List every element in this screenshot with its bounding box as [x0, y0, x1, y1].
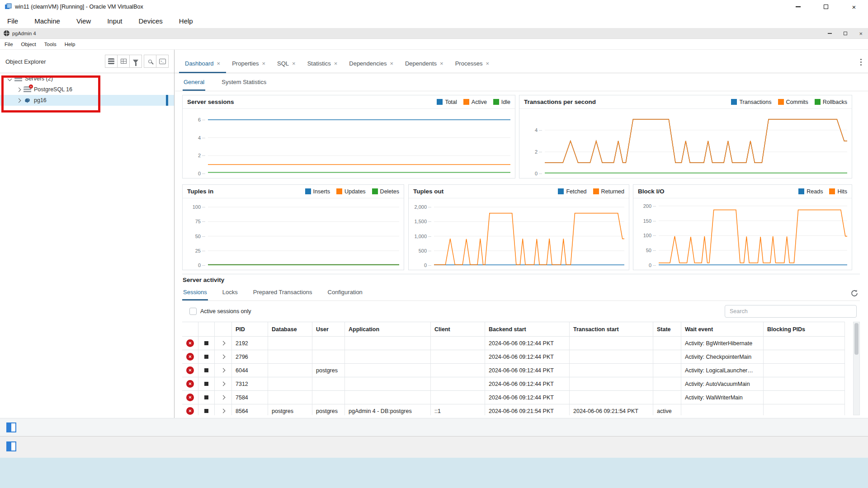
- cancel-query-icon[interactable]: [204, 409, 208, 413]
- y-axis-labels: 2,0001,5001,0005000: [409, 202, 432, 265]
- tree-item-pg16[interactable]: pg16: [0, 95, 174, 106]
- subtab-system-statistics[interactable]: System Statistics: [221, 79, 267, 91]
- cancel-query-icon[interactable]: [204, 355, 208, 359]
- tab-properties[interactable]: Properties×: [226, 55, 271, 73]
- tab-label: Properties: [232, 60, 259, 67]
- postgres-elephant-icon: [24, 97, 31, 104]
- console-icon: >_: [159, 59, 166, 64]
- terminate-session-icon[interactable]: ×: [186, 407, 194, 415]
- column-header-icon: [182, 322, 198, 337]
- query-tool-button[interactable]: >_: [156, 55, 169, 68]
- expand-row-icon[interactable]: [221, 341, 226, 346]
- table-cell: [431, 337, 485, 350]
- tab-close-icon[interactable]: ×: [390, 60, 393, 67]
- series-transactions: [545, 119, 847, 163]
- legend-item: Transactions: [731, 99, 771, 105]
- legend-label: Active: [472, 99, 487, 105]
- tab-close-icon[interactable]: ×: [334, 60, 338, 67]
- pgadmin-menu-file[interactable]: File: [5, 42, 13, 47]
- activity-tab-configuration[interactable]: Configuration: [327, 289, 363, 300]
- chart-plot-area: [434, 202, 624, 265]
- tab-processes[interactable]: Processes×: [449, 55, 495, 73]
- cancel-query-icon[interactable]: [204, 368, 208, 372]
- terminate-session-icon[interactable]: ×: [186, 353, 194, 361]
- server-activity-title: Server activity: [182, 274, 860, 286]
- cancel-query-icon[interactable]: [204, 395, 208, 399]
- pgadmin-minimize-button[interactable]: [828, 33, 832, 34]
- tab-close-icon[interactable]: ×: [440, 60, 443, 67]
- tab-sql[interactable]: SQL×: [271, 55, 302, 73]
- chart-legend: TotalActiveIdle: [437, 99, 510, 105]
- table-cell: pgAdmin 4 - DB:postgres: [345, 404, 431, 415]
- terminate-session-icon[interactable]: ×: [186, 366, 194, 374]
- view-data-button[interactable]: [117, 55, 130, 68]
- tab-statistics[interactable]: Statistics×: [302, 55, 344, 73]
- tab-close-icon[interactable]: ×: [292, 60, 296, 67]
- search-objects-button[interactable]: [144, 55, 156, 68]
- tab-dashboard[interactable]: Dashboard×: [179, 55, 226, 73]
- table-cell: Activity: LogicalLauncher…: [681, 364, 764, 377]
- session-search-input[interactable]: [725, 305, 857, 318]
- column-header-backend-start: Backend start: [485, 322, 570, 337]
- table-cell: 7312: [232, 377, 268, 391]
- table-scrollbar[interactable]: [853, 322, 860, 415]
- tabbar-menu-button[interactable]: [857, 58, 864, 66]
- tab-dependencies[interactable]: Dependencies×: [343, 55, 399, 73]
- filter-button[interactable]: [129, 55, 142, 68]
- vbox-menu-file[interactable]: File: [7, 17, 18, 25]
- subtab-general[interactable]: General: [183, 79, 205, 91]
- pgadmin-maximize-button[interactable]: [844, 32, 847, 35]
- tree-item-postgresql-16[interactable]: ×PostgreSQL 16: [0, 84, 174, 95]
- pgadmin-menu-object[interactable]: Object: [21, 42, 36, 47]
- table-cell: [764, 377, 845, 391]
- session-filter-row: Active sessions only: [182, 301, 860, 322]
- chevron-right-icon[interactable]: [17, 98, 21, 103]
- tab-label: Dependencies: [349, 60, 387, 67]
- terminate-session-icon[interactable]: ×: [186, 380, 194, 388]
- tab-close-icon[interactable]: ×: [486, 60, 489, 67]
- vbox-statusbar: V ↓ Right Ctrl: [0, 436, 868, 458]
- tab-dependents[interactable]: Dependents×: [399, 55, 449, 73]
- chart-title: Block I/O: [638, 188, 665, 195]
- quick-search-servers-button[interactable]: [105, 55, 118, 68]
- guest-desktop-peek-icon[interactable]: [6, 422, 16, 432]
- vbox-menu-machine[interactable]: Machine: [34, 17, 60, 25]
- refresh-icon[interactable]: [850, 289, 859, 298]
- legend-label: Inserts: [313, 188, 330, 195]
- chart-title: Transactions per second: [524, 99, 596, 105]
- table-row: ×73122024-06-06 09:12:44 PKTActivity: Au…: [182, 377, 845, 391]
- expand-row-icon[interactable]: [221, 382, 226, 386]
- tab-close-icon[interactable]: ×: [262, 60, 265, 67]
- vbox-menu-help[interactable]: Help: [179, 17, 193, 25]
- vbox-menu-view[interactable]: View: [76, 17, 91, 25]
- dashboard-area: Server sessionsTotalActiveIdle6420 Trans…: [175, 91, 868, 418]
- expand-row-icon[interactable]: [221, 355, 226, 359]
- tab-close-icon[interactable]: ×: [217, 60, 221, 67]
- table-cell: [431, 377, 485, 391]
- chevron-down-icon[interactable]: [8, 76, 12, 81]
- vbox-menu-input[interactable]: Input: [107, 17, 122, 25]
- vbox-menu-devices[interactable]: Devices: [139, 17, 163, 25]
- expand-row-icon[interactable]: [221, 409, 226, 413]
- terminate-session-icon[interactable]: ×: [186, 339, 194, 347]
- expand-row-icon[interactable]: [221, 368, 226, 373]
- vbox-minimize-button[interactable]: [784, 0, 812, 14]
- vbox-close-button[interactable]: ×: [840, 0, 868, 14]
- pgadmin-menu-help[interactable]: Help: [65, 42, 75, 47]
- series-commits: [545, 119, 847, 163]
- cancel-query-icon[interactable]: [204, 382, 208, 386]
- activity-tab-prepared-transactions[interactable]: Prepared Transactions: [252, 289, 313, 300]
- chevron-right-icon[interactable]: [17, 87, 21, 92]
- legend-swatch: [372, 188, 378, 194]
- terminate-session-icon[interactable]: ×: [186, 394, 194, 401]
- tree-item-servers-2-[interactable]: Servers (2): [0, 73, 174, 84]
- activity-tab-sessions[interactable]: Sessions: [182, 289, 208, 300]
- pgadmin-close-button[interactable]: ×: [859, 31, 863, 37]
- active-sessions-checkbox[interactable]: [189, 308, 197, 315]
- expand-row-icon[interactable]: [221, 395, 226, 400]
- activity-tab-locks[interactable]: Locks: [222, 289, 239, 300]
- cancel-query-icon[interactable]: [204, 341, 208, 345]
- vbox-restore-button[interactable]: [812, 0, 840, 14]
- table-cell: [570, 337, 653, 350]
- pgadmin-menu-tools[interactable]: Tools: [44, 42, 57, 47]
